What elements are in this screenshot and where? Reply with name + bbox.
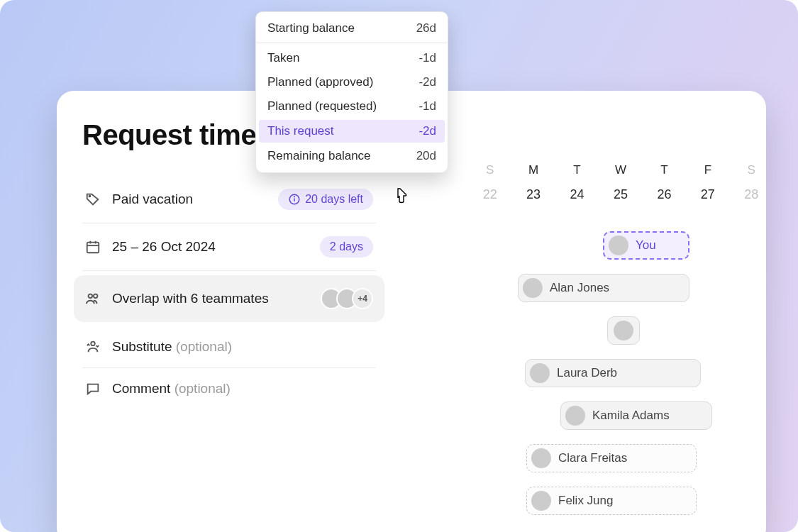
date: 26 [643,187,686,202]
avatar [531,448,551,468]
calendar-dates-row: 22 23 24 25 26 27 28 [468,187,773,202]
tooltip-row: Planned (requested)-1d [256,94,448,118]
balance-pill-text: 20 days left [305,193,363,206]
swap-icon [85,339,101,355]
date: 25 [599,187,642,202]
date: 22 [468,187,511,202]
calendar-dow-row: S M T W T F S [468,163,773,187]
svg-point-8 [89,294,92,299]
overlap-row[interactable]: Overlap with 6 teammates +4 [74,275,384,322]
overlap-label: Overlap with 6 teammates [112,291,315,306]
form-fields: Paid vacation 20 days left 25 – 26 Oct 2… [82,176,376,409]
avatar [523,278,543,298]
date: 28 [730,187,773,202]
avatar [530,363,550,383]
timeline-chip[interactable] [607,316,640,345]
overlap-timeline: You Alan Jones Laura Derb Kamila Adams C… [468,227,773,525]
avatar [614,321,633,340]
tooltip-this-request-row: This request-2d [259,120,445,143]
balance-pill[interactable]: 20 days left [278,189,373,210]
tooltip-remaining-row: Remaining balance20d [256,144,448,168]
date-range-label: 25 – 26 Oct 2024 [112,239,309,255]
dow: F [686,163,729,187]
timeline-chip-pending[interactable]: Clara Freitas [526,444,697,472]
avatar [609,235,628,255]
tooltip-row: Planned (approved)-2d [256,70,448,94]
svg-rect-4 [87,243,99,253]
substitute-label: Substitute (optional) [112,339,373,355]
svg-point-10 [91,342,95,346]
overlap-avatars: +4 [326,288,373,309]
cursor-pointer-icon [392,186,409,206]
dow: S [468,163,511,187]
dow: T [555,163,599,187]
avatar [531,491,551,511]
duration-pill: 2 days [320,236,373,257]
dow: M [511,163,555,187]
chip-label: Alan Jones [550,281,609,295]
date: 27 [686,187,729,202]
avatar-more: +4 [352,288,373,309]
date-range-row[interactable]: 25 – 26 Oct 2024 2 days [82,223,376,271]
tag-icon [85,192,101,207]
timeline-chip[interactable]: Alan Jones [518,274,689,302]
absence-type-row[interactable]: Paid vacation 20 days left [82,176,376,223]
svg-point-3 [294,196,295,197]
date: 23 [511,187,555,202]
chip-label: You [636,238,656,253]
comment-row[interactable]: Comment (optional) [82,368,376,409]
duration-pill-text: 2 days [330,240,363,253]
substitute-row[interactable]: Substitute (optional) [82,326,376,368]
chip-label: Kamila Adams [592,409,670,423]
chip-label: Laura Derb [557,366,617,380]
timeline-chip-you[interactable]: You [603,231,689,260]
comment-icon [85,381,101,397]
chip-label: Clara Freitas [558,451,627,465]
dow: S [730,163,773,187]
calendar-icon [85,239,101,255]
balance-tooltip: Starting balance26d Taken-1d Planned (ap… [255,11,448,173]
timeline-chip[interactable]: Laura Derb [525,359,701,387]
dow: W [599,163,642,187]
timeline-chip-pending[interactable]: Felix Jung [526,487,697,515]
chip-label: Felix Jung [558,494,613,508]
tooltip-row: Taken-1d [256,46,448,70]
info-icon [288,193,301,206]
avatar [565,406,585,426]
dow: T [643,163,686,187]
date: 24 [555,187,599,202]
absence-type-label: Paid vacation [112,192,267,207]
comment-label: Comment (optional) [112,381,373,397]
tooltip-starting-row: Starting balance26d [256,16,448,43]
calendar-week: S M T W T F S 22 23 24 25 26 27 28 [468,163,773,202]
svg-point-0 [89,196,91,197]
people-icon [85,291,101,306]
timeline-chip[interactable]: Kamila Adams [560,401,712,430]
svg-point-9 [94,294,98,299]
